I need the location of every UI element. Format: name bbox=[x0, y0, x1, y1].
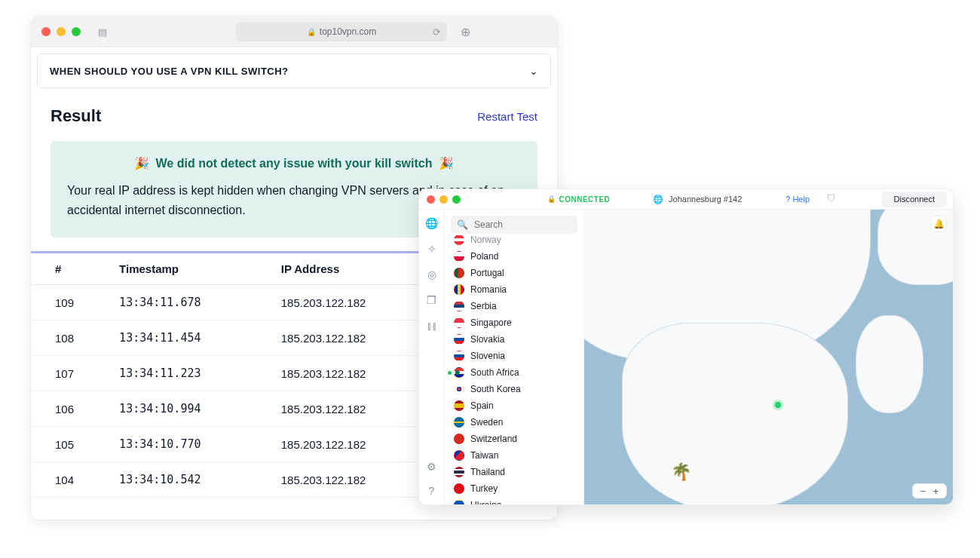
country-item[interactable]: Thailand bbox=[445, 464, 583, 480]
cell-ip: 185.203.122.182 bbox=[262, 427, 428, 462]
cell-ip: 185.203.122.182 bbox=[262, 356, 428, 391]
country-label: Thailand bbox=[470, 467, 505, 477]
minimize-icon[interactable] bbox=[439, 195, 448, 204]
country-item[interactable]: Switzerland bbox=[445, 431, 583, 447]
country-label: Taiwan bbox=[470, 450, 498, 461]
country-item[interactable]: Poland bbox=[445, 248, 583, 265]
search-input[interactable] bbox=[473, 219, 589, 231]
country-label: Romania bbox=[470, 284, 507, 295]
cell-num: 107 bbox=[31, 356, 100, 391]
party-icon: 🎉 bbox=[134, 156, 149, 170]
flag-icon bbox=[454, 367, 464, 378]
zoom-out-button[interactable]: − bbox=[920, 486, 926, 497]
flag-icon bbox=[454, 400, 464, 411]
layers-icon[interactable]: ❒ bbox=[426, 294, 438, 306]
flag-icon bbox=[454, 467, 464, 477]
country-item[interactable]: Slovakia bbox=[445, 331, 583, 348]
lock-icon: 🔒 bbox=[307, 28, 316, 36]
connected-dot-icon bbox=[448, 371, 452, 375]
country-item[interactable]: Ukraine bbox=[445, 497, 583, 504]
country-label: Norway bbox=[470, 235, 501, 245]
country-label: Switzerland bbox=[470, 434, 517, 444]
help-link[interactable]: ? Help bbox=[786, 195, 810, 204]
reload-icon[interactable]: ⟳ bbox=[430, 25, 443, 38]
flag-icon bbox=[454, 483, 464, 494]
shield-icon[interactable]: ⛉ bbox=[827, 194, 836, 204]
cell-ip: 185.203.122.182 bbox=[262, 391, 428, 427]
country-label: Sweden bbox=[470, 417, 503, 428]
cell-ip: 185.203.122.182 bbox=[262, 462, 428, 498]
vpn-map[interactable]: 🌴 🔔 − + bbox=[584, 210, 953, 504]
cell-timestamp: 13:34:10.542 bbox=[100, 462, 262, 498]
country-label: Spain bbox=[470, 400, 494, 411]
zoom-in-button[interactable]: + bbox=[933, 486, 939, 497]
safari-titlebar: ▤ 🔒 top10vpn.com ⟳ ⊕ bbox=[31, 16, 557, 48]
mesh-icon[interactable]: ✧ bbox=[426, 243, 438, 255]
lock-icon: 🔒 bbox=[547, 195, 556, 203]
server-location[interactable]: 🌐 Johannesburg #142 bbox=[653, 195, 742, 204]
flag-icon bbox=[454, 417, 464, 428]
target-icon[interactable]: ◎ bbox=[426, 268, 438, 281]
country-label: South Korea bbox=[470, 384, 521, 394]
cell-num: 109 bbox=[31, 285, 100, 320]
country-item[interactable]: Norway bbox=[445, 235, 583, 248]
cell-timestamp: 13:34:11.223 bbox=[100, 356, 262, 391]
sidebar-toggle-icon[interactable]: ▤ bbox=[96, 25, 109, 38]
country-item[interactable]: Romania bbox=[445, 281, 583, 298]
server-pin[interactable] bbox=[773, 400, 783, 410]
help-icon: ? bbox=[786, 195, 790, 204]
country-item[interactable]: Sweden bbox=[445, 414, 583, 431]
banner-title-text: We did not detect any issue with your ki… bbox=[156, 157, 433, 170]
cell-ip: 185.203.122.182 bbox=[262, 320, 428, 356]
country-item[interactable]: Turkey bbox=[445, 480, 583, 497]
flag-icon bbox=[454, 268, 464, 278]
country-item[interactable]: Slovenia bbox=[445, 348, 583, 364]
cell-num: 105 bbox=[31, 427, 100, 462]
country-label: Turkey bbox=[470, 483, 498, 494]
country-item[interactable]: Portugal bbox=[445, 265, 583, 281]
country-item[interactable]: Serbia bbox=[445, 298, 583, 314]
globe-icon[interactable]: 🌐 bbox=[426, 217, 438, 229]
palm-icon: 🌴 bbox=[671, 462, 691, 482]
accordion-kill-switch[interactable]: WHEN SHOULD YOU USE A VPN KILL SWITCH? ⌄ bbox=[37, 54, 551, 88]
flag-icon bbox=[454, 317, 464, 328]
country-item[interactable]: South Korea bbox=[445, 381, 583, 397]
country-label: South Africa bbox=[470, 367, 519, 378]
country-label: Singapore bbox=[470, 317, 512, 328]
vpn-sidebar-rail: 🌐 ✧ ◎ ❒ ⫿⫿ ⚙ ? bbox=[419, 210, 445, 504]
gear-icon[interactable]: ⚙ bbox=[426, 461, 438, 473]
search-icon: 🔍 bbox=[457, 219, 468, 230]
country-item[interactable]: Singapore bbox=[445, 314, 583, 331]
url-host: top10vpn.com bbox=[320, 26, 376, 37]
cell-timestamp: 13:34:11.678 bbox=[100, 285, 262, 320]
cell-timestamp: 13:34:10.770 bbox=[100, 427, 262, 462]
bell-icon[interactable]: 🔔 bbox=[930, 216, 947, 232]
country-item[interactable]: South Africa bbox=[445, 364, 583, 381]
flag-icon bbox=[454, 450, 464, 461]
country-item[interactable]: Spain bbox=[445, 397, 583, 414]
search-field[interactable]: 🔍 bbox=[451, 216, 577, 234]
disconnect-button[interactable]: Disconnect bbox=[882, 192, 947, 207]
flag-icon bbox=[454, 384, 464, 394]
maximize-icon[interactable] bbox=[452, 195, 461, 204]
close-icon[interactable] bbox=[427, 195, 435, 204]
close-icon[interactable] bbox=[41, 27, 51, 36]
restart-test-link[interactable]: Restart Test bbox=[477, 110, 537, 123]
vpn-titlebar: 🔒 CONNECTED 🌐 Johannesburg #142 ? Help ⛉… bbox=[419, 189, 953, 210]
vpn-window: 🔒 CONNECTED 🌐 Johannesburg #142 ? Help ⛉… bbox=[418, 189, 954, 505]
url-bar[interactable]: 🔒 top10vpn.com ⟳ bbox=[236, 22, 447, 41]
country-item[interactable]: Taiwan bbox=[445, 447, 583, 464]
stats-icon[interactable]: ⫿⫿ bbox=[426, 320, 438, 332]
zoom-control[interactable]: − + bbox=[912, 483, 947, 498]
country-label: Slovenia bbox=[470, 351, 505, 361]
cell-num: 108 bbox=[31, 320, 100, 356]
help-circle-icon[interactable]: ? bbox=[426, 485, 438, 497]
maximize-icon[interactable] bbox=[72, 27, 81, 36]
result-heading: Result bbox=[51, 106, 101, 126]
chevron-down-icon: ⌄ bbox=[529, 65, 539, 77]
cell-num: 104 bbox=[31, 462, 100, 498]
minimize-icon[interactable] bbox=[57, 27, 66, 36]
download-icon[interactable]: ⊕ bbox=[461, 25, 470, 39]
flag-icon bbox=[454, 235, 464, 245]
flag-icon bbox=[454, 284, 464, 295]
